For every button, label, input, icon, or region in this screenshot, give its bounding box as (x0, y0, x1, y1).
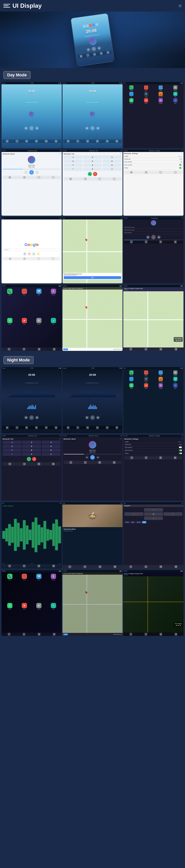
nav-right[interactable]: → (163, 512, 182, 516)
nmb2-5[interactable]: A (106, 426, 109, 429)
cp-spotify[interactable]: S Spotify (3, 318, 17, 346)
wfb-3[interactable]: B (37, 565, 40, 567)
cpnb-1[interactable]: 📞 (130, 348, 132, 350)
dial-0[interactable]: 0 (83, 167, 102, 171)
wfb-4[interactable]: ⊞ (52, 565, 55, 567)
b1-apps[interactable]: ⊞ (35, 140, 38, 143)
ncp-music[interactable]: 🎵 Music (18, 574, 31, 602)
nbmb-1[interactable]: 📞 (70, 461, 72, 464)
cp-podcast[interactable]: 🎙 Podcast (47, 289, 60, 317)
napp-bt[interactable]: 🔷 BT (125, 377, 138, 382)
bi-2[interactable]: 🎵 (23, 176, 26, 179)
dial-3[interactable]: 3 (103, 156, 122, 159)
night-auto-connect-toggle[interactable] (179, 450, 182, 451)
bi-1[interactable]: 📞 (8, 176, 11, 179)
night-cp-go-btn[interactable]: GO (63, 633, 68, 636)
suggestion-icon-3[interactable]: 🔍 (32, 252, 36, 256)
bt-next[interactable]: ⏭ (35, 170, 39, 174)
gb-3[interactable]: B (37, 257, 40, 260)
bt-icon[interactable]: B (93, 53, 96, 56)
cpb-1[interactable]: 📞 (8, 348, 10, 350)
app-settings[interactable]: ⚙ Settings (168, 85, 182, 91)
bci-2[interactable]: 🎵 (84, 178, 87, 180)
bt-settings-close[interactable]: ✕ (182, 153, 183, 154)
nmb2-2[interactable]: 📞 (76, 426, 79, 429)
next-btn[interactable]: ⏭ (97, 46, 101, 50)
ncpb-4[interactable]: ⚙ (53, 633, 55, 636)
dial-7[interactable]: 7 (63, 163, 82, 167)
night-power-toggle[interactable] (179, 453, 182, 454)
cp-iheart[interactable]: ♥ iHeart (18, 318, 31, 346)
bt-play[interactable]: ⏸ (29, 170, 34, 175)
bsi-4[interactable]: ⊞ (174, 171, 177, 174)
cpb-2[interactable]: 🎵 (23, 348, 25, 350)
apps-icon[interactable]: ⊞ (100, 52, 103, 55)
app-vehicle[interactable]: 🚗 VehicleCar (154, 92, 168, 97)
nbcb-4[interactable]: ⊞ (52, 463, 55, 465)
ncpb-3[interactable]: ⊞ (38, 633, 41, 636)
cp-maps[interactable]: 🗺 Maps (32, 289, 46, 317)
suggestion-icon-1[interactable]: 🎵 (23, 252, 27, 256)
np-prev[interactable]: ⏮ (176, 340, 177, 341)
ncp-settings[interactable]: ⚙ Settings (32, 603, 46, 631)
nnb-4[interactable]: ⊞ (175, 565, 177, 568)
app-phone[interactable]: 📞 Phone (125, 85, 138, 91)
nmb2-4[interactable]: ⊞ (96, 426, 99, 429)
wfb-2[interactable]: 🎵 (23, 565, 25, 567)
nmb1-4[interactable]: ⊞ (35, 426, 38, 429)
prev-btn[interactable]: ⏮ (86, 48, 90, 52)
lmb-2[interactable]: 🎵 (145, 241, 148, 243)
cp-phone[interactable]: 📞 Phone (3, 289, 17, 317)
nav-fn-2[interactable]: Work (130, 521, 135, 523)
nav-left[interactable]: ← (125, 512, 143, 516)
play-2[interactable]: ⏸ (90, 126, 95, 130)
song-item-1[interactable]: 华乐_01.FLAC.mp3 (124, 226, 183, 229)
play-1[interactable]: ⏸ (29, 126, 34, 130)
dial-6[interactable]: 6 (103, 159, 122, 163)
dial-9[interactable]: 9 (103, 163, 122, 167)
b1-bt[interactable]: B (25, 140, 28, 143)
ncpnb-2[interactable]: 🎵 (144, 633, 147, 636)
nbmb-2[interactable]: 🎵 (84, 461, 87, 464)
night-bt-prev[interactable]: ⏮ (85, 456, 89, 459)
ndial-3[interactable]: 3 (42, 441, 60, 444)
night-np-play[interactable]: ▶ (178, 625, 179, 626)
app-spotify[interactable]: S Spotify (125, 98, 138, 104)
bt-prev[interactable]: ⏮ (24, 170, 28, 174)
nnb-1[interactable]: 📞 (130, 565, 132, 568)
nm-next-1[interactable]: ⏭ (35, 416, 39, 419)
auto-connect-toggle[interactable] (179, 164, 182, 166)
lmb-4[interactable]: ⊞ (174, 241, 177, 243)
dial-hash[interactable]: # (103, 167, 122, 171)
ncpnb-3[interactable]: ⊞ (160, 633, 162, 636)
gb-4[interactable]: ⊞ (52, 257, 54, 260)
answer-btn[interactable]: 📞 (88, 172, 92, 176)
cpnb-2[interactable]: 🎵 (144, 348, 147, 350)
nm-prev-2[interactable]: ⏮ (85, 416, 89, 419)
bsi-1[interactable]: 📞 (130, 171, 133, 174)
suggestion-icon-4[interactable]: ⭐ (36, 252, 40, 256)
nm-prev-1[interactable]: ⏮ (24, 416, 28, 419)
app-bt2[interactable]: B CarBT (139, 92, 153, 97)
nbmb-4[interactable]: ⊞ (113, 461, 115, 464)
cp-settings[interactable]: ⚙ Settings (32, 318, 46, 346)
ncp-extra[interactable]: + More (47, 603, 60, 631)
b1-auto[interactable]: A (45, 140, 48, 143)
fb-3[interactable]: B (99, 565, 101, 568)
nbsb-1[interactable]: 📞 (130, 457, 133, 459)
gb-2[interactable]: 🎵 (23, 257, 26, 260)
suggestion-icon-2[interactable]: 📍 (27, 252, 31, 256)
napp-maps[interactable]: 📍 Maps (154, 370, 168, 376)
night-bt-music-close[interactable]: ✕ (120, 438, 122, 440)
cp-go-btn[interactable]: GO (63, 348, 68, 350)
ndial-0[interactable]: 0 (22, 453, 41, 456)
lmb-3[interactable]: B (159, 241, 162, 243)
next-2[interactable]: ⏭ (96, 126, 100, 130)
dial-4[interactable]: 4 (63, 159, 82, 163)
night-np-next[interactable]: ⏭ (180, 625, 181, 626)
nmb2-3[interactable]: B (86, 426, 89, 429)
nnb-3[interactable]: B (160, 565, 162, 568)
fb-1[interactable]: 📞 (69, 565, 71, 568)
nav-fn-1[interactable]: Home (125, 521, 130, 523)
wfb-1[interactable]: 📞 (8, 565, 11, 567)
